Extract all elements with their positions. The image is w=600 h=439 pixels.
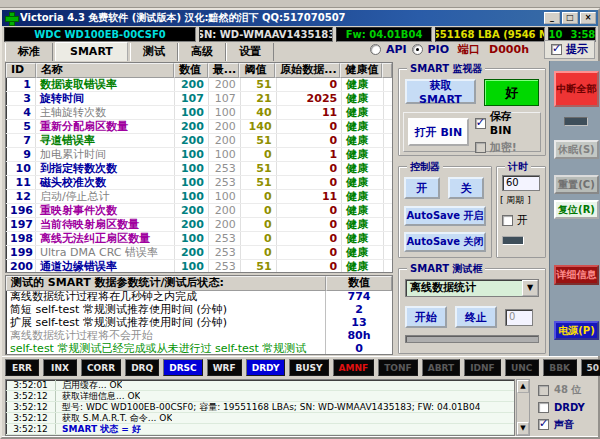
cell-worst: 200: [209, 218, 241, 231]
tab-standard[interactable]: 标准: [5, 43, 53, 61]
smart-monitor-title: SMART 监视器: [407, 62, 485, 76]
reset-button[interactable]: 重置(C): [554, 175, 599, 194]
table-row[interactable]: 196重映射事件次数20020000健康: [6, 204, 392, 218]
cell-raw: 0: [277, 204, 343, 217]
log-area: 3:52:01启用缓存... OK3:52:12获取详细信息... OK3:52…: [2, 378, 598, 436]
table-row[interactable]: 7寻道错误率200200510健康: [6, 134, 392, 148]
smart-test-title: SMART 测试框: [407, 262, 485, 276]
minimize-button[interactable]: _: [544, 12, 560, 24]
stats-text: 简短 self-test 常规测试推荐使用时间 (分钟): [6, 304, 326, 317]
log-time: 3:52:12: [6, 402, 56, 412]
pio-radio[interactable]: [412, 44, 423, 55]
table-row[interactable]: 4主轴旋转次数1001004011健康: [6, 106, 392, 120]
test-select[interactable]: 离线数据统计 ▼: [405, 279, 539, 297]
smart-test-group: SMART 测试框 离线数据统计 ▼ 开始 终止 0: [398, 268, 546, 354]
tab-test[interactable]: 测试: [130, 43, 178, 61]
encrypt-checkbox[interactable]: [475, 142, 486, 153]
sound-checkbox[interactable]: [538, 419, 549, 430]
scroll-up-icon[interactable]: ▲: [517, 380, 529, 393]
close-button[interactable]: ×: [580, 12, 596, 24]
table-row[interactable]: 12启动/停止总计100100011健康: [6, 190, 392, 204]
cell-id: 198: [6, 232, 36, 245]
test-select-value: 离线数据统计: [406, 280, 522, 296]
status-register: 50: [581, 359, 600, 376]
stats-row[interactable]: 离线数据统计过程将不会开始80h: [6, 330, 392, 343]
led-wrf: WRF: [207, 359, 242, 376]
table-row[interactable]: 200通道边缘错误率100253510健康: [6, 260, 392, 273]
table-row[interactable]: 5重新分配扇区数量2002001400健康: [6, 120, 392, 134]
stats-header: 测试的 SMART 数据参数统计/测试后状态: 数值: [6, 276, 392, 291]
autosave-off-button[interactable]: AutoSave 关闭: [404, 232, 486, 252]
cell-worst: 200: [209, 78, 241, 91]
recalibrate-button[interactable]: 复位(R): [554, 200, 599, 219]
column-header-name[interactable]: 名称: [36, 63, 174, 78]
cell-health: 健康: [342, 106, 384, 119]
table-row[interactable]: 11磁头校准次数100253510健康: [6, 176, 392, 190]
table-row[interactable]: 10到指定转数次数100253510健康: [6, 162, 392, 176]
cell-raw: 11: [277, 190, 343, 203]
cell-value: 100: [175, 148, 209, 161]
table-row[interactable]: 197当前待映射扇区数量20020000健康: [6, 218, 392, 232]
test-counter-input[interactable]: 0: [505, 309, 533, 326]
sleep-button[interactable]: 休眠(S): [554, 140, 599, 159]
power-button[interactable]: 电源(P): [554, 321, 599, 340]
column-header-spare: [382, 63, 392, 78]
column-header-value[interactable]: 数值: [174, 63, 208, 78]
title-bar: Victoria 4.3 免费软件 (测试版本) 汉化:黯然的泪下 QQ:517…: [2, 10, 598, 26]
cell-worst: 200: [209, 120, 241, 133]
table-row[interactable]: 9加电累计时间10010001健康: [6, 148, 392, 162]
cell-value: 100: [175, 190, 209, 203]
details-button[interactable]: 详细信息: [554, 265, 599, 285]
cell-raw: 11: [277, 106, 343, 119]
log-text: 启用缓存... OK: [56, 380, 122, 390]
cell-health: 健康: [342, 176, 384, 189]
stats-row[interactable]: 离线数据统计过程将在几秒钟之内完成774: [6, 291, 392, 304]
tab-settings[interactable]: 设置: [226, 43, 274, 61]
cell-threshold: 0: [241, 148, 277, 161]
stats-row[interactable]: self-test 常规测试已经完成或从未进行过 self-test 常规测试0: [6, 343, 392, 355]
cell-raw: 0: [277, 78, 343, 91]
scroll-down-icon[interactable]: ▼: [517, 422, 529, 435]
column-header-raw[interactable]: 原始数据...: [275, 63, 340, 78]
column-header-worst[interactable]: 最...: [208, 63, 240, 78]
save-bin-checkbox[interactable]: [475, 118, 486, 129]
drive-serial: SN: WD-WMAAV1435183: [199, 27, 333, 42]
column-header-health[interactable]: 健康值: [340, 63, 382, 78]
cell-value: 100: [175, 260, 209, 273]
table-row[interactable]: 199Ultra DMA CRC 错误率20025300健康: [6, 246, 392, 260]
cell-worst: 253: [209, 162, 241, 175]
autosave-on-button[interactable]: AutoSave 开启: [404, 206, 486, 226]
test-start-button[interactable]: 开始: [405, 306, 447, 328]
table-row[interactable]: 198离线无法纠正扇区数量10025300健康: [6, 232, 392, 246]
chevron-down-icon[interactable]: ▼: [522, 280, 538, 296]
stats-row[interactable]: 扩展 self-test 常规测试推荐使用时间 (分钟)13: [6, 317, 392, 330]
column-header-threshold[interactable]: 阈值: [239, 63, 275, 78]
table-row[interactable]: 3旋转时间107107212025健康: [6, 92, 392, 106]
stats-row[interactable]: 简短 self-test 常规测试推荐使用时间 (分钟)2: [6, 304, 392, 317]
abort-all-button[interactable]: 中断全部: [554, 71, 599, 107]
cell-health: 健康: [342, 246, 384, 259]
controller-on-button[interactable]: 开: [404, 177, 440, 199]
open-bin-button[interactable]: 打开 BIN: [408, 118, 469, 146]
timer-input[interactable]: 60: [502, 175, 540, 191]
cell-threshold: 140: [241, 120, 277, 133]
cell-id: 3: [6, 92, 36, 105]
tab-smart[interactable]: SMART: [55, 42, 128, 61]
log-scrollbar[interactable]: ▲ ▼: [516, 379, 530, 436]
cell-name: 数据读取错误率: [36, 78, 175, 91]
test-stop-button[interactable]: 终止: [455, 306, 497, 328]
timer-on-checkbox[interactable]: [502, 215, 513, 226]
port-value: D000h: [489, 43, 529, 56]
api-radio[interactable]: [370, 44, 381, 55]
drdy-checkbox[interactable]: [538, 402, 549, 413]
column-header-id[interactable]: ID: [6, 63, 36, 78]
controller-off-button[interactable]: 关: [448, 177, 484, 199]
cell-spare: [384, 134, 392, 147]
hint-checkbox[interactable]: [551, 44, 562, 55]
tab-advanced[interactable]: 高级: [178, 43, 226, 61]
48bit-checkbox[interactable]: [538, 385, 549, 396]
get-smart-button[interactable]: 获取 SMART: [405, 79, 476, 104]
maximize-button[interactable]: □: [562, 12, 578, 24]
cell-raw: 0: [277, 232, 343, 245]
table-row[interactable]: 1数据读取错误率200200510健康: [6, 78, 392, 92]
